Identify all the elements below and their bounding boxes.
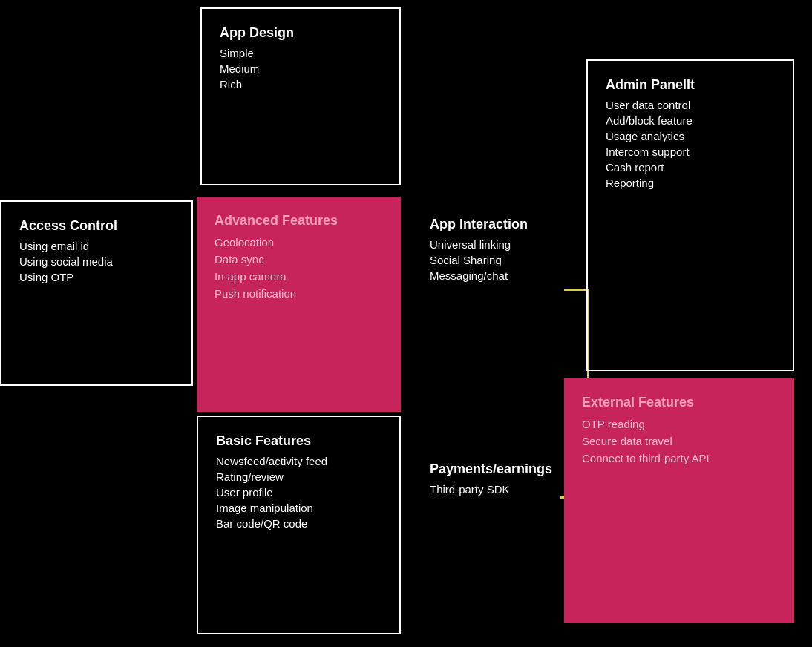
admin-panel-box: Admin PanelIt User data control Add/bloc…: [586, 59, 794, 371]
app-interaction-box: App Interaction Universal linking Social…: [412, 200, 586, 378]
advanced-item-0: Geolocation: [215, 236, 383, 249]
admin-item-2: Usage analytics: [606, 130, 775, 142]
admin-item-3: Intercom support: [606, 145, 775, 158]
access-control-box: Access Control Using email id Using soci…: [0, 200, 193, 386]
admin-item-5: Reporting: [606, 177, 775, 189]
advanced-item-2: In-app camera: [215, 270, 383, 283]
advanced-item-3: Push notification: [215, 287, 383, 300]
access-control-title: Access Control: [19, 218, 174, 234]
app-design-item-0: Simple: [220, 47, 382, 59]
external-item-2: Connect to third-party API: [582, 452, 776, 464]
admin-item-0: User data control: [606, 99, 775, 111]
app-interaction-item-1: Social Sharing: [430, 254, 569, 266]
admin-item-4: Cash report: [606, 161, 775, 174]
external-title: External Features: [582, 395, 776, 410]
app-design-box: App Design Simple Medium Rich: [200, 7, 401, 185]
app-design-item-1: Medium: [220, 62, 382, 75]
external-item-0: OTP reading: [582, 418, 776, 430]
admin-item-1: Add/block feature: [606, 114, 775, 127]
basic-item-4: Bar code/QR code: [216, 517, 382, 530]
access-item-2: Using OTP: [19, 271, 174, 283]
payments-title: Payments/earnings: [430, 462, 569, 477]
basic-features-title: Basic Features: [216, 433, 382, 449]
admin-panel-title: Admin PanelIt: [606, 77, 775, 93]
access-item-0: Using email id: [19, 240, 174, 252]
basic-item-3: Image manipulation: [216, 502, 382, 514]
app-design-title: App Design: [220, 25, 382, 41]
external-item-1: Secure data travel: [582, 435, 776, 447]
access-item-1: Using social media: [19, 255, 174, 268]
advanced-item-1: Data sync: [215, 253, 383, 266]
payments-item-0: Third-party SDK: [430, 483, 569, 496]
advanced-title: Advanced Features: [215, 213, 383, 229]
basic-features-box: Basic Features Newsfeed/activity feed Ra…: [197, 416, 401, 634]
basic-item-0: Newsfeed/activity feed: [216, 455, 382, 467]
basic-item-2: User profile: [216, 486, 382, 499]
payments-box: Payments/earnings Third-party SDK: [412, 445, 586, 542]
external-features-box: External Features OTP reading Secure dat…: [564, 378, 794, 623]
basic-item-1: Rating/review: [216, 470, 382, 483]
advanced-features-box: Advanced Features Geolocation Data sync …: [197, 197, 401, 412]
app-design-item-2: Rich: [220, 78, 382, 91]
app-interaction-item-0: Universal linking: [430, 238, 569, 251]
app-interaction-item-2: Messaging/chat: [430, 269, 569, 282]
app-interaction-title: App Interaction: [430, 217, 569, 232]
